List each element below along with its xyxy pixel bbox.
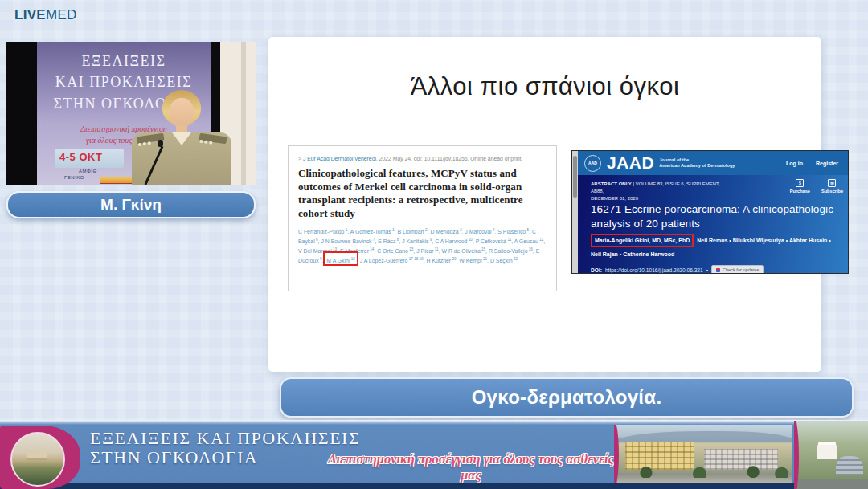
jaad-abstract-meta: ABSTRACT ONLY | VOLUME 83, ISSUE 6, SUPP… xyxy=(591,181,727,202)
pubmed-author-link[interactable]: C Orte Cano 13 xyxy=(377,248,413,254)
speaker-figure xyxy=(125,90,238,185)
doi-bullet: • xyxy=(706,267,708,273)
pubmed-author-link[interactable]: J N Bouwes-Bavinck 7 xyxy=(321,238,375,244)
scrollbar[interactable] xyxy=(572,151,578,273)
caption-text: Ογκο-δερματολογία. xyxy=(472,386,662,409)
microphone-tip xyxy=(158,140,163,147)
speaker-name-badge: Μ. Γκίνη xyxy=(6,191,256,218)
jaad-abstract-panel: ABSTRACT ONLY | VOLUME 83, ISSUE 6, SUPP… xyxy=(578,175,848,273)
pubmed-author-link[interactable]: E Rácz 8 xyxy=(378,238,399,244)
register-link[interactable]: Register xyxy=(816,161,838,166)
login-link[interactable]: Log in xyxy=(786,161,803,166)
speaker-face xyxy=(170,98,194,128)
campus-photo-right xyxy=(794,421,868,489)
banner-venue-line1: ΑΜΦΙΘ xyxy=(79,169,97,173)
pubmed-author-link[interactable]: R Salido-Vallejo 16 xyxy=(489,248,533,254)
scrollbar-thumb[interactable] xyxy=(573,156,577,198)
jaad-doi-row: DOI: https://doi.org/10.1016/j.jaad.2020… xyxy=(591,265,764,273)
webinar-page: LIVEMED ΕΞΕΛΙΞΕΙΣ ΚΑΙ ΠΡΟΚΛΗΣΕΙΣ ΣΤΗΝ ΟΓ… xyxy=(0,0,868,489)
pubmed-author-link[interactable]: H Kutzner 20 xyxy=(426,258,456,263)
pubmed-author-link[interactable]: B Llombart 2 xyxy=(397,229,427,234)
check-updates-icon xyxy=(716,268,720,272)
pubmed-author-link[interactable]: W R de Oliveira 15 xyxy=(441,248,485,254)
acropolis-medallion xyxy=(0,426,80,489)
jaad-authors: Maria-Angeliki Gkini, MD, MSc, PhDNeil R… xyxy=(591,234,832,262)
subscribe-button[interactable]: ✉ Subscribe xyxy=(821,179,843,194)
road-shape xyxy=(794,479,868,489)
doi-label: DOI: xyxy=(591,267,602,273)
banner-dates: 4-5 ΟΚΤ xyxy=(59,151,102,163)
pubmed-author-link[interactable]: D Seçkin 22 xyxy=(490,258,518,263)
pubmed-citation: > J Eur Acad Dermatol Venereol. 2022 May… xyxy=(298,156,547,161)
pubmed-author-link[interactable]: J Ricar 11 xyxy=(416,248,439,254)
footer-title-line1: ΕΞΕΛΙΞΕΙΣ ΚΑΙ ΠΡΟΚΛΗΣΕΙΣ xyxy=(90,429,360,448)
jaad-article-card: AAD JAAD Journal of the American Academy… xyxy=(572,151,848,273)
jaad-author-highlighted[interactable]: Maria-Angeliki Gkini, MD, MSc, PhD xyxy=(591,234,694,247)
subscribe-icon: ✉ xyxy=(828,179,836,187)
jaad-logo-subtitle: Journal of the American Academy of Derma… xyxy=(659,157,735,168)
mountains-shape xyxy=(614,431,792,442)
hospital-campus-photo xyxy=(614,425,792,483)
abstract-meta-line2: DECEMBER 01, 2020 xyxy=(591,196,638,201)
speaker-name: Μ. Γκίνη xyxy=(100,196,162,214)
pubmed-author-link[interactable]: A Geusau 12 xyxy=(514,238,544,244)
caption-bar: Ογκο-δερματολογία. xyxy=(280,377,854,418)
pubmed-author-link[interactable]: D Mendoza 3 xyxy=(430,229,461,234)
jaad-article-title: 16271 Eccrine porocarcinoma: A clinicopa… xyxy=(591,202,840,230)
pubmed-article-title: Clinicopathological features, MCPyV stat… xyxy=(298,167,547,221)
livemed-logo-live: LIVE xyxy=(14,7,46,22)
footer-bottom-strip xyxy=(0,483,868,489)
trees-shape xyxy=(614,465,792,478)
jaad-logo: JAAD xyxy=(607,153,654,173)
slide-title: Άλλοι πιο σπάνιοι όγκοι xyxy=(268,72,821,101)
pubmed-author-highlighted[interactable]: M A Gkini 10 xyxy=(323,251,358,266)
pubmed-author-link[interactable]: C A Harwood 10 xyxy=(435,238,473,244)
parthenon-shape xyxy=(27,451,47,458)
citation-journal-link[interactable]: J Eur Acad Dermatol Venereol xyxy=(303,156,376,161)
doi-link[interactable]: https://doi.org/10.1016/j.jaad.2020.06.3… xyxy=(605,267,703,273)
citation-rest: . 2022 May 24. doi: 10.1111/jdv.18256. O… xyxy=(376,156,522,161)
pubmed-author-link[interactable]: A Gómez-Tomás 1 xyxy=(350,229,395,234)
speaker-video-feed: ΕΞΕΛΙΞΕΙΣ ΚΑΙ ΠΡΟΚΛΗΣΕΙΣ ΣΤΗΝ ΟΓΚΟΛΟΓΙΑ … xyxy=(6,42,256,185)
livemed-logo: LIVEMED xyxy=(14,7,77,23)
check-for-updates-button[interactable]: Check for updates xyxy=(711,265,764,273)
pubmed-author-link[interactable]: C Ferrándiz-Pulido 1 xyxy=(298,229,347,234)
pubmed-author-link[interactable]: W Kempf 21 xyxy=(459,258,487,263)
purchase-icon: $ xyxy=(796,179,804,187)
livemed-logo-med: MED xyxy=(46,7,77,22)
pubmed-authors: C Ferrándiz-Pulido 1, A Gómez-Tomás 1, B… xyxy=(298,227,547,266)
church-shape xyxy=(817,445,837,459)
banner-title-line2: ΚΑΙ ΠΡΟΚΛΗΣΕΙΣ xyxy=(37,74,211,91)
pubmed-author-link[interactable]: J Marcoval 4 xyxy=(465,229,494,234)
abstract-type: ABSTRACT ONLY xyxy=(591,181,632,186)
presentation-slide: Άλλοι πιο σπάνιοι όγκοι > J Eur Acad Der… xyxy=(268,37,821,372)
round-building-shape xyxy=(836,456,863,475)
footer-banner: ΕΞΕΛΙΞΕΙΣ ΚΑΙ ΠΡΟΚΛΗΣΕΙΣ ΣΤΗΝ ΟΓΚΟΛΟΓΙΑ … xyxy=(0,420,868,489)
pubmed-article-card: > J Eur Acad Dermatol Venereol. 2022 May… xyxy=(288,145,557,291)
pubmed-author-link[interactable]: J A López-Guerrero 17 18 19 xyxy=(360,258,424,263)
pubmed-author-link[interactable]: S Piaserico 5 xyxy=(497,229,529,234)
pubmed-author-link[interactable]: P Cetkovská 11 xyxy=(476,238,512,244)
acropolis-photo xyxy=(10,432,65,487)
footer-tagline: Διεπιστημονική προσέγγιση για όλους τους… xyxy=(320,451,622,483)
pubmed-author-link[interactable]: J Kanitakis 9 xyxy=(402,238,432,244)
citation-carat: > xyxy=(298,156,301,161)
jaad-top-bar: AAD JAAD Journal of the American Academy… xyxy=(578,151,848,175)
purchase-button[interactable]: $ Purchase xyxy=(790,179,810,194)
banner-venue-line2: ΓΕΝΙΚΟ xyxy=(64,175,84,180)
banner-title-line1: ΕΞΕΛΙΞΕΙΣ xyxy=(37,53,211,70)
aad-logo-icon: AAD xyxy=(584,155,601,172)
